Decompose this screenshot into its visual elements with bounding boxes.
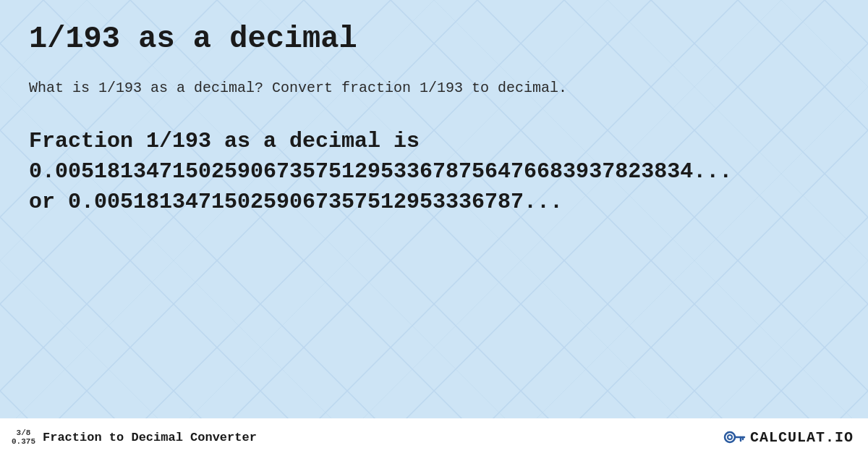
description-text: What is 1/193 as a decimal? Convert frac… [29, 77, 825, 100]
site-logo[interactable]: CALCULAT.IO [723, 427, 854, 447]
page-title: 1/193 as a decimal [29, 22, 839, 56]
logo-icon [723, 427, 746, 447]
main-content: 1/193 as a decimal What is 1/193 as a de… [0, 0, 868, 246]
result-section: Fraction 1/193 as a decimal is 0.0051813… [29, 126, 839, 217]
svg-point-5 [728, 435, 732, 439]
fraction-icon: 3/8 0.375 [12, 428, 35, 446]
fraction-numerator: 3/8 [17, 428, 31, 437]
logo-text: CALCULAT.IO [750, 429, 854, 446]
result-line1: Fraction 1/193 as a decimal is [29, 129, 420, 153]
result-line2: 0.00518134715025906735751295336787564766… [29, 159, 732, 184]
result-line3: or 0.005181347150259067357512953336787..… [29, 190, 563, 214]
footer-label: Fraction to Decimal Converter [43, 431, 257, 444]
footer-left: 3/8 0.375 Fraction to Decimal Converter [12, 428, 257, 446]
footer: 3/8 0.375 Fraction to Decimal Converter … [0, 418, 868, 456]
svg-point-4 [725, 432, 735, 442]
result-text: Fraction 1/193 as a decimal is 0.0051813… [29, 126, 839, 217]
fraction-denominator: 0.375 [12, 437, 35, 446]
